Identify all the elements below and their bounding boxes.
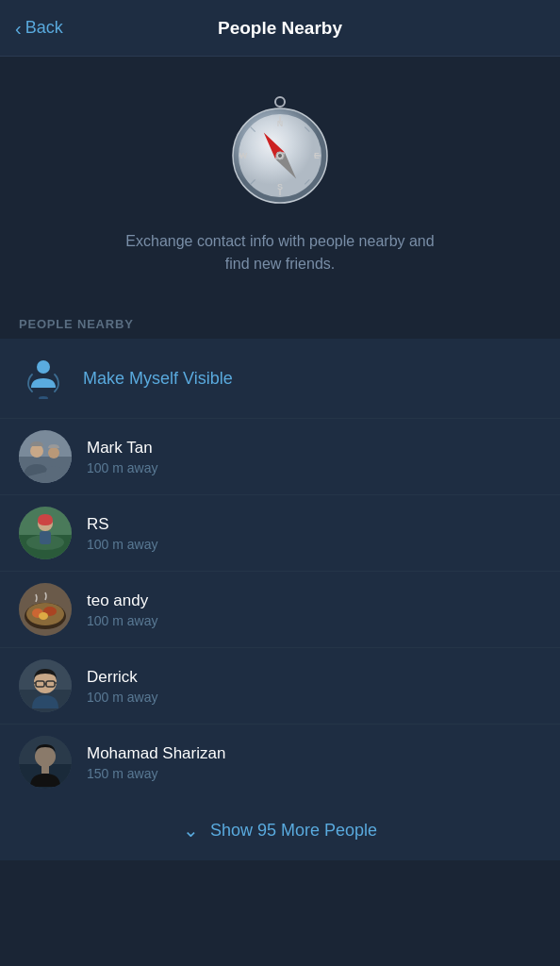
svg-point-23 <box>30 444 43 458</box>
svg-point-35 <box>39 612 48 620</box>
person-info: Mark Tan 100 m away <box>87 439 157 475</box>
person-name: RS <box>87 515 157 534</box>
person-info: Mohamad Sharizan 150 m away <box>87 744 225 781</box>
person-distance: 100 m away <box>87 460 157 475</box>
svg-point-20 <box>39 396 48 399</box>
chevron-down-icon: ⌄ <box>183 819 199 841</box>
svg-text:E: E <box>314 151 320 160</box>
svg-rect-29 <box>40 531 51 544</box>
page-title: People Nearby <box>218 18 342 39</box>
svg-point-0 <box>275 97 285 107</box>
section-label: PEOPLE NEARBY <box>0 304 560 339</box>
avatar <box>19 736 72 789</box>
person-info: RS 100 m away <box>87 515 157 552</box>
person-name: Mohamad Sharizan <box>87 744 225 763</box>
back-chevron-icon: ‹ <box>15 19 22 38</box>
person-info: Derrick 100 m away <box>87 668 157 705</box>
back-label: Back <box>25 18 63 38</box>
person-row[interactable]: Mark Tan 100 m away <box>0 419 560 495</box>
people-list: Make Myself Visible Mark Tan 100 m away <box>0 339 560 800</box>
person-distance: 100 m away <box>87 690 157 705</box>
svg-point-46 <box>35 746 56 767</box>
hero-description: Exchange contact info with people nearby… <box>120 230 440 275</box>
svg-rect-47 <box>41 766 49 774</box>
person-rows-container: Mark Tan 100 m away RS 100 m away <box>0 419 560 800</box>
person-name: Mark Tan <box>87 439 157 458</box>
svg-point-24 <box>48 447 59 458</box>
person-name: teo andy <box>87 591 157 610</box>
avatar <box>19 430 72 483</box>
avatar <box>19 507 72 559</box>
person-distance: 150 m away <box>87 766 225 781</box>
show-more-button[interactable]: ⌄ Show 95 More People <box>0 800 560 860</box>
show-more-label: Show 95 More People <box>210 821 377 841</box>
compass-icon: N S W E <box>223 94 337 208</box>
person-distance: 100 m away <box>87 613 157 628</box>
person-row[interactable]: Mohamad Sharizan 150 m away <box>0 724 560 800</box>
back-button[interactable]: ‹ Back <box>15 18 63 38</box>
hero-section: N S W E Exchange contact info with peopl… <box>0 57 560 304</box>
person-info: teo andy 100 m away <box>87 591 157 628</box>
make-visible-label: Make Myself Visible <box>83 369 233 389</box>
svg-text:N: N <box>277 119 284 128</box>
svg-text:W: W <box>239 151 248 160</box>
person-row[interactable]: Derrick 100 m away <box>0 648 560 724</box>
avatar <box>19 659 72 712</box>
person-distance: 100 m away <box>87 537 157 552</box>
svg-text:S: S <box>277 182 283 192</box>
avatar <box>19 583 72 636</box>
svg-point-19 <box>37 360 50 374</box>
visibility-icon <box>19 354 68 403</box>
person-row[interactable]: teo andy 100 m away <box>0 572 560 648</box>
make-myself-visible-button[interactable]: Make Myself Visible <box>0 339 560 419</box>
header: ‹ Back People Nearby <box>0 0 560 57</box>
person-row[interactable]: RS 100 m away <box>0 495 560 572</box>
person-name: Derrick <box>87 668 157 687</box>
